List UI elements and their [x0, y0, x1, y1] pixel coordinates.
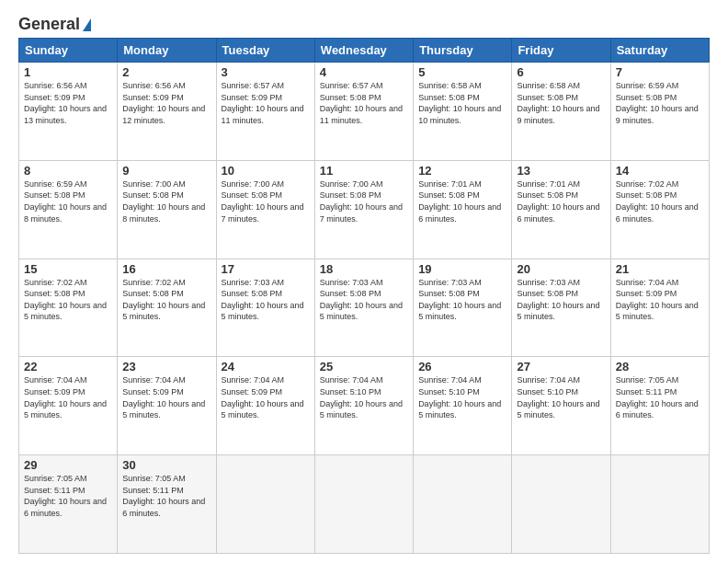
calendar-cell: 7Sunrise: 6:59 AMSunset: 5:08 PMDaylight…	[610, 63, 709, 161]
day-detail: Sunrise: 7:00 AMSunset: 5:08 PMDaylight:…	[222, 178, 310, 224]
day-detail: Sunrise: 6:59 AMSunset: 5:08 PMDaylight:…	[616, 80, 704, 126]
calendar-cell: 8Sunrise: 6:59 AMSunset: 5:08 PMDaylight…	[19, 160, 118, 259]
calendar-cell	[512, 455, 610, 554]
calendar-cell	[216, 455, 314, 554]
day-number: 15	[24, 262, 112, 276]
header: General	[18, 15, 710, 30]
logo: General	[18, 15, 91, 30]
day-number: 14	[616, 164, 704, 178]
day-number: 27	[517, 360, 605, 373]
day-number: 2	[122, 65, 210, 79]
column-header-sunday: Sunday	[19, 39, 118, 63]
day-number: 5	[418, 65, 506, 79]
day-number: 29	[24, 458, 112, 472]
calendar-cell: 21Sunrise: 7:04 AMSunset: 5:09 PMDayligh…	[610, 259, 709, 357]
day-number: 22	[24, 360, 112, 373]
calendar-cell	[314, 455, 413, 554]
logo-general: General	[18, 15, 80, 34]
day-number: 4	[320, 65, 408, 79]
day-number: 6	[517, 65, 605, 79]
day-detail: Sunrise: 7:02 AMSunset: 5:08 PMDaylight:…	[616, 178, 704, 224]
day-detail: Sunrise: 6:58 AMSunset: 5:08 PMDaylight:…	[418, 80, 506, 126]
calendar-cell: 28Sunrise: 7:05 AMSunset: 5:11 PMDayligh…	[610, 357, 709, 455]
day-number: 12	[418, 164, 506, 178]
day-detail: Sunrise: 6:57 AMSunset: 5:09 PMDaylight:…	[222, 80, 310, 126]
calendar-cell: 12Sunrise: 7:01 AMSunset: 5:08 PMDayligh…	[414, 160, 512, 259]
day-number: 23	[122, 360, 210, 373]
day-number: 18	[320, 262, 408, 276]
calendar-cell: 22Sunrise: 7:04 AMSunset: 5:09 PMDayligh…	[19, 357, 118, 455]
page: General SundayMondayTuesdayWednesdayThur…	[0, 0, 728, 563]
day-detail: Sunrise: 7:04 AMSunset: 5:09 PMDaylight:…	[222, 374, 310, 420]
calendar-cell: 29Sunrise: 7:05 AMSunset: 5:11 PMDayligh…	[19, 455, 118, 554]
calendar-cell: 5Sunrise: 6:58 AMSunset: 5:08 PMDaylight…	[414, 63, 512, 161]
day-detail: Sunrise: 7:04 AMSunset: 5:10 PMDaylight:…	[517, 374, 605, 420]
calendar-cell: 17Sunrise: 7:03 AMSunset: 5:08 PMDayligh…	[216, 259, 314, 357]
calendar-cell: 14Sunrise: 7:02 AMSunset: 5:08 PMDayligh…	[610, 160, 709, 259]
day-number: 28	[616, 360, 704, 373]
calendar-cell: 16Sunrise: 7:02 AMSunset: 5:08 PMDayligh…	[118, 259, 216, 357]
day-detail: Sunrise: 7:02 AMSunset: 5:08 PMDaylight:…	[24, 277, 112, 323]
logo-triangle-icon	[83, 18, 91, 31]
day-detail: Sunrise: 7:04 AMSunset: 5:09 PMDaylight:…	[24, 374, 112, 420]
calendar-cell: 19Sunrise: 7:03 AMSunset: 5:08 PMDayligh…	[414, 259, 512, 357]
calendar-cell: 24Sunrise: 7:04 AMSunset: 5:09 PMDayligh…	[216, 357, 314, 455]
day-detail: Sunrise: 7:05 AMSunset: 5:11 PMDaylight:…	[122, 473, 210, 519]
day-number: 8	[24, 164, 112, 178]
column-header-tuesday: Tuesday	[216, 39, 314, 63]
day-detail: Sunrise: 7:00 AMSunset: 5:08 PMDaylight:…	[122, 178, 210, 224]
day-detail: Sunrise: 7:04 AMSunset: 5:09 PMDaylight:…	[122, 374, 210, 420]
day-detail: Sunrise: 7:05 AMSunset: 5:11 PMDaylight:…	[24, 473, 112, 519]
column-header-wednesday: Wednesday	[314, 39, 413, 63]
calendar-cell: 6Sunrise: 6:58 AMSunset: 5:08 PMDaylight…	[512, 63, 610, 161]
calendar-cell: 9Sunrise: 7:00 AMSunset: 5:08 PMDaylight…	[118, 160, 216, 259]
calendar-cell	[414, 455, 512, 554]
calendar-cell: 30Sunrise: 7:05 AMSunset: 5:11 PMDayligh…	[118, 455, 216, 554]
calendar-cell: 26Sunrise: 7:04 AMSunset: 5:10 PMDayligh…	[414, 357, 512, 455]
day-number: 20	[517, 262, 605, 276]
calendar-cell: 23Sunrise: 7:04 AMSunset: 5:09 PMDayligh…	[118, 357, 216, 455]
column-header-friday: Friday	[512, 39, 610, 63]
day-detail: Sunrise: 7:03 AMSunset: 5:08 PMDaylight:…	[320, 277, 408, 323]
calendar-cell: 11Sunrise: 7:00 AMSunset: 5:08 PMDayligh…	[314, 160, 413, 259]
column-header-monday: Monday	[118, 39, 216, 63]
column-header-saturday: Saturday	[610, 39, 709, 63]
day-detail: Sunrise: 7:03 AMSunset: 5:08 PMDaylight:…	[222, 277, 310, 323]
calendar-cell: 15Sunrise: 7:02 AMSunset: 5:08 PMDayligh…	[19, 259, 118, 357]
calendar-cell: 3Sunrise: 6:57 AMSunset: 5:09 PMDaylight…	[216, 63, 314, 161]
day-number: 24	[222, 360, 310, 373]
day-detail: Sunrise: 7:02 AMSunset: 5:08 PMDaylight:…	[122, 277, 210, 323]
day-number: 25	[320, 360, 408, 373]
day-number: 26	[418, 360, 506, 373]
calendar-cell: 4Sunrise: 6:57 AMSunset: 5:08 PMDaylight…	[314, 63, 413, 161]
day-number: 3	[222, 65, 310, 79]
day-detail: Sunrise: 6:57 AMSunset: 5:08 PMDaylight:…	[320, 80, 408, 126]
day-detail: Sunrise: 7:01 AMSunset: 5:08 PMDaylight:…	[418, 178, 506, 224]
calendar-cell: 2Sunrise: 6:56 AMSunset: 5:09 PMDaylight…	[118, 63, 216, 161]
day-number: 13	[517, 164, 605, 178]
calendar-cell	[610, 455, 709, 554]
calendar-cell: 27Sunrise: 7:04 AMSunset: 5:10 PMDayligh…	[512, 357, 610, 455]
day-number: 16	[122, 262, 210, 276]
calendar-cell: 10Sunrise: 7:00 AMSunset: 5:08 PMDayligh…	[216, 160, 314, 259]
calendar-cell: 13Sunrise: 7:01 AMSunset: 5:08 PMDayligh…	[512, 160, 610, 259]
calendar-cell: 25Sunrise: 7:04 AMSunset: 5:10 PMDayligh…	[314, 357, 413, 455]
day-number: 30	[122, 458, 210, 472]
day-detail: Sunrise: 6:59 AMSunset: 5:08 PMDaylight:…	[24, 178, 112, 224]
day-number: 19	[418, 262, 506, 276]
day-number: 9	[122, 164, 210, 178]
day-number: 1	[24, 65, 112, 79]
day-number: 11	[320, 164, 408, 178]
day-detail: Sunrise: 6:58 AMSunset: 5:08 PMDaylight:…	[517, 80, 605, 126]
day-number: 21	[616, 262, 704, 276]
day-detail: Sunrise: 6:56 AMSunset: 5:09 PMDaylight:…	[24, 80, 112, 126]
day-number: 7	[616, 65, 704, 79]
day-detail: Sunrise: 6:56 AMSunset: 5:09 PMDaylight:…	[122, 80, 210, 126]
day-detail: Sunrise: 7:00 AMSunset: 5:08 PMDaylight:…	[320, 178, 408, 224]
day-number: 17	[222, 262, 310, 276]
day-detail: Sunrise: 7:05 AMSunset: 5:11 PMDaylight:…	[616, 374, 704, 420]
day-detail: Sunrise: 7:01 AMSunset: 5:08 PMDaylight:…	[517, 178, 605, 224]
calendar-cell: 18Sunrise: 7:03 AMSunset: 5:08 PMDayligh…	[314, 259, 413, 357]
day-detail: Sunrise: 7:03 AMSunset: 5:08 PMDaylight:…	[418, 277, 506, 323]
day-detail: Sunrise: 7:04 AMSunset: 5:09 PMDaylight:…	[616, 277, 704, 323]
